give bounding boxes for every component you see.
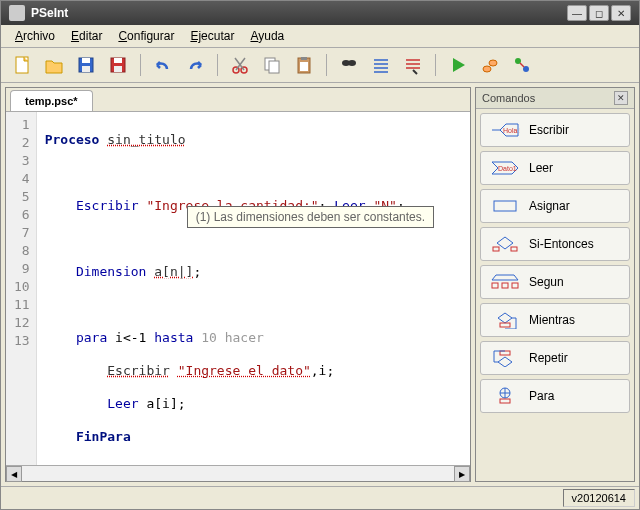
svg-point-15 — [348, 60, 356, 66]
help-icon[interactable] — [400, 52, 426, 78]
toolbar-separator — [435, 54, 436, 76]
menu-configurar[interactable]: Configurar — [112, 27, 180, 45]
menubar: Archivo Editar Configurar Ejecutar Ayuda — [1, 25, 639, 48]
save-icon[interactable] — [73, 52, 99, 78]
svg-rect-5 — [114, 58, 122, 63]
editor-pane: temp.psc* 12345678910111213 Proceso sin_… — [5, 87, 471, 482]
open-file-icon[interactable] — [41, 52, 67, 78]
horizontal-scrollbar[interactable]: ◀ ▶ — [6, 465, 470, 481]
save-as-icon[interactable] — [105, 52, 131, 78]
toolbar-separator — [140, 54, 141, 76]
cmd-mientras[interactable]: Mientras — [480, 303, 630, 337]
menu-ejecutar[interactable]: Ejecutar — [184, 27, 240, 45]
app-icon — [9, 5, 25, 21]
cmd-label: Para — [529, 389, 554, 403]
menu-archivo[interactable]: Archivo — [9, 27, 61, 45]
run-icon[interactable] — [445, 52, 471, 78]
svg-rect-2 — [82, 58, 90, 63]
asignar-icon — [489, 196, 521, 216]
step-icon[interactable] — [477, 52, 503, 78]
repetir-icon — [489, 348, 521, 368]
panel-title: Comandos — [482, 92, 535, 104]
toolbar-separator — [217, 54, 218, 76]
svg-rect-25 — [492, 283, 498, 288]
svg-point-16 — [483, 66, 491, 72]
paste-icon[interactable] — [291, 52, 317, 78]
flowchart-icon[interactable] — [509, 52, 535, 78]
svg-text:Hola !: Hola ! — [503, 127, 520, 134]
statusbar: v20120614 — [1, 486, 639, 509]
svg-rect-10 — [269, 61, 279, 73]
svg-rect-31 — [500, 399, 510, 403]
tabbar: temp.psc* — [6, 88, 470, 112]
cmd-label: Repetir — [529, 351, 568, 365]
svg-rect-6 — [114, 66, 122, 72]
svg-rect-12 — [301, 57, 307, 60]
menu-label: ditar — [79, 29, 102, 43]
cmd-label: Si-Entonces — [529, 237, 594, 251]
line-gutter: 12345678910111213 — [6, 112, 37, 465]
find-icon[interactable] — [336, 52, 362, 78]
menu-editar[interactable]: Editar — [65, 27, 108, 45]
close-button[interactable]: ✕ — [611, 5, 631, 21]
svg-rect-27 — [512, 283, 518, 288]
new-file-icon[interactable] — [9, 52, 35, 78]
svg-rect-23 — [493, 247, 499, 251]
svg-rect-26 — [502, 283, 508, 288]
panel-close-icon[interactable]: ✕ — [614, 91, 628, 105]
cmd-label: Mientras — [529, 313, 575, 327]
cmd-segun[interactable]: Segun — [480, 265, 630, 299]
cmd-asignar[interactable]: Asignar — [480, 189, 630, 223]
error-tooltip: (1) Las dimensiones deben ser constantes… — [187, 206, 434, 228]
app-title: PSeInt — [31, 6, 68, 20]
svg-rect-24 — [511, 247, 517, 251]
para-icon — [489, 386, 521, 406]
toolbar — [1, 48, 639, 83]
svg-rect-22 — [494, 201, 516, 211]
mientras-icon — [489, 310, 521, 330]
redo-icon[interactable] — [182, 52, 208, 78]
cmd-repetir[interactable]: Repetir — [480, 341, 630, 375]
cut-icon[interactable] — [227, 52, 253, 78]
cmd-label: Leer — [529, 161, 553, 175]
code-editor[interactable]: Proceso sin_titulo Escribir "Ingrese la … — [37, 112, 470, 465]
commands-panel: Comandos ✕ Hola !Escribir Dato1Leer Asig… — [475, 87, 635, 482]
leer-icon: Dato1 — [489, 158, 521, 178]
cmd-label: Escribir — [529, 123, 569, 137]
undo-icon[interactable] — [150, 52, 176, 78]
si-icon — [489, 234, 521, 254]
escribir-icon: Hola ! — [489, 120, 521, 140]
svg-rect-3 — [82, 66, 90, 72]
cmd-si-entonces[interactable]: Si-Entonces — [480, 227, 630, 261]
copy-icon[interactable] — [259, 52, 285, 78]
version-label: v20120614 — [563, 489, 635, 507]
toolbar-separator — [326, 54, 327, 76]
minimize-button[interactable]: — — [567, 5, 587, 21]
scroll-right-icon[interactable]: ▶ — [454, 466, 470, 482]
cmd-escribir[interactable]: Hola !Escribir — [480, 113, 630, 147]
cmd-label: Segun — [529, 275, 564, 289]
svg-point-17 — [489, 60, 497, 66]
cmd-para[interactable]: Para — [480, 379, 630, 413]
svg-rect-13 — [300, 62, 308, 71]
menu-label: onfigurar — [127, 29, 174, 43]
svg-text:Dato1: Dato1 — [498, 165, 517, 172]
svg-rect-29 — [500, 351, 510, 355]
segun-icon — [489, 272, 521, 292]
cmd-label: Asignar — [529, 199, 570, 213]
menu-label: rchivo — [23, 29, 55, 43]
menu-label: yuda — [258, 29, 284, 43]
menu-ayuda[interactable]: Ayuda — [244, 27, 290, 45]
titlebar: PSeInt — ◻ ✕ — [1, 1, 639, 25]
file-tab[interactable]: temp.psc* — [10, 90, 93, 111]
indent-icon[interactable] — [368, 52, 394, 78]
menu-label: ecutar — [201, 29, 234, 43]
scroll-left-icon[interactable]: ◀ — [6, 466, 22, 482]
cmd-leer[interactable]: Dato1Leer — [480, 151, 630, 185]
maximize-button[interactable]: ◻ — [589, 5, 609, 21]
